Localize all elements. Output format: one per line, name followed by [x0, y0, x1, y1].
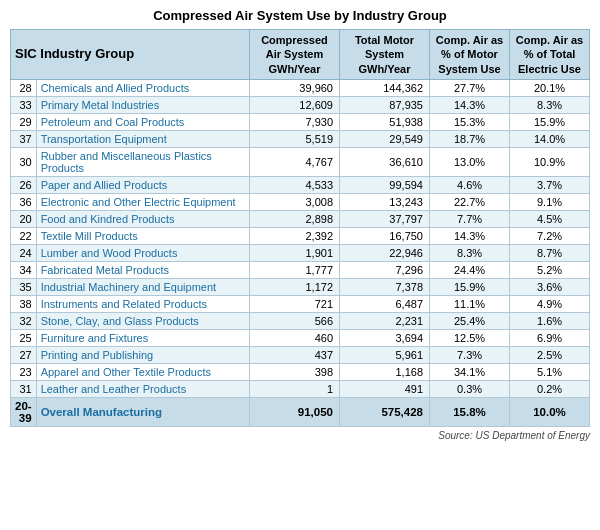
comp-pct-motor-cell: 15.9%	[430, 278, 510, 295]
sic-num: 31	[11, 380, 37, 397]
comp-pct-motor-cell: 34.1%	[430, 363, 510, 380]
sic-name: Petroleum and Coal Products	[36, 113, 249, 130]
comp-pct-electric-cell: 9.1%	[510, 193, 590, 210]
sic-num: 33	[11, 96, 37, 113]
sic-name: Stone, Clay, and Glass Products	[36, 312, 249, 329]
comp-pct-motor-cell: 14.3%	[430, 96, 510, 113]
total-sic-num: 20-39	[11, 397, 37, 426]
table-row: 22 Textile Mill Products 2,392 16,750 14…	[11, 227, 590, 244]
comp-pct-motor-cell: 4.6%	[430, 176, 510, 193]
motor-cell: 7,378	[340, 278, 430, 295]
sic-name: Lumber and Wood Products	[36, 244, 249, 261]
sic-num: 22	[11, 227, 37, 244]
main-table: SIC Industry Group Compressed Air System…	[10, 29, 590, 427]
comp-pct-electric-cell: 4.9%	[510, 295, 590, 312]
comp-pct-motor-cell: 22.7%	[430, 193, 510, 210]
table-row: 37 Transportation Equipment 5,519 29,549…	[11, 130, 590, 147]
table-row: 23 Apparel and Other Textile Products 39…	[11, 363, 590, 380]
sic-name: Primary Metal Industries	[36, 96, 249, 113]
table-row: 26 Paper and Allied Products 4,533 99,59…	[11, 176, 590, 193]
table-row: 29 Petroleum and Coal Products 7,930 51,…	[11, 113, 590, 130]
motor-header: Total Motor System GWh/Year	[340, 30, 430, 80]
motor-cell: 87,935	[340, 96, 430, 113]
comp-pct-motor-cell: 14.3%	[430, 227, 510, 244]
comp-pct-electric-cell: 2.5%	[510, 346, 590, 363]
table-row: 38 Instruments and Related Products 721 …	[11, 295, 590, 312]
motor-cell: 6,487	[340, 295, 430, 312]
comp-pct-electric-cell: 20.1%	[510, 79, 590, 96]
comp-pct-electric-cell: 4.5%	[510, 210, 590, 227]
motor-cell: 491	[340, 380, 430, 397]
sic-name: Fabricated Metal Products	[36, 261, 249, 278]
total-sic-name: Overall Manufacturing	[36, 397, 249, 426]
total-row: 20-39 Overall Manufacturing 91,050 575,4…	[11, 397, 590, 426]
motor-cell: 7,296	[340, 261, 430, 278]
sic-name: Food and Kindred Products	[36, 210, 249, 227]
motor-cell: 2,231	[340, 312, 430, 329]
sic-num: 23	[11, 363, 37, 380]
comp-pct-motor-cell: 15.3%	[430, 113, 510, 130]
sic-name: Instruments and Related Products	[36, 295, 249, 312]
page-title: Compressed Air System Use by Industry Gr…	[10, 8, 590, 23]
sic-name: Apparel and Other Textile Products	[36, 363, 249, 380]
sic-name: Transportation Equipment	[36, 130, 249, 147]
sic-name: Industrial Machinery and Equipment	[36, 278, 249, 295]
compressed-cell: 4,767	[250, 147, 340, 176]
motor-cell: 29,549	[340, 130, 430, 147]
total-comp-pct-motor: 15.8%	[430, 397, 510, 426]
motor-cell: 16,750	[340, 227, 430, 244]
compressed-cell: 5,519	[250, 130, 340, 147]
comp-pct-motor-cell: 27.7%	[430, 79, 510, 96]
sic-name: Chemicals and Allied Products	[36, 79, 249, 96]
motor-cell: 1,168	[340, 363, 430, 380]
compressed-cell: 2,898	[250, 210, 340, 227]
sic-num: 34	[11, 261, 37, 278]
compressed-cell: 398	[250, 363, 340, 380]
sic-num: 35	[11, 278, 37, 295]
comp-pct-electric-cell: 15.9%	[510, 113, 590, 130]
table-row: 33 Primary Metal Industries 12,609 87,93…	[11, 96, 590, 113]
sic-num: 37	[11, 130, 37, 147]
motor-cell: 99,594	[340, 176, 430, 193]
sic-header: SIC Industry Group	[11, 30, 250, 80]
compressed-cell: 460	[250, 329, 340, 346]
sic-name: Electronic and Other Electric Equipment	[36, 193, 249, 210]
compressed-cell: 1,901	[250, 244, 340, 261]
table-body: 28 Chemicals and Allied Products 39,960 …	[11, 79, 590, 426]
comp-pct-motor-cell: 0.3%	[430, 380, 510, 397]
table-row: 36 Electronic and Other Electric Equipme…	[11, 193, 590, 210]
comp-pct-motor-header: Comp. Air as % of Motor System Use	[430, 30, 510, 80]
total-comp-pct-electric: 10.0%	[510, 397, 590, 426]
sic-name: Furniture and Fixtures	[36, 329, 249, 346]
sic-name: Textile Mill Products	[36, 227, 249, 244]
sic-num: 32	[11, 312, 37, 329]
sic-num: 27	[11, 346, 37, 363]
compressed-cell: 437	[250, 346, 340, 363]
compressed-header: Compressed Air System GWh/Year	[250, 30, 340, 80]
sic-num: 25	[11, 329, 37, 346]
comp-pct-electric-cell: 1.6%	[510, 312, 590, 329]
comp-pct-electric-cell: 8.3%	[510, 96, 590, 113]
comp-pct-motor-cell: 13.0%	[430, 147, 510, 176]
compressed-cell: 12,609	[250, 96, 340, 113]
motor-cell: 144,362	[340, 79, 430, 96]
comp-pct-motor-cell: 12.5%	[430, 329, 510, 346]
compressed-cell: 4,533	[250, 176, 340, 193]
compressed-cell: 3,008	[250, 193, 340, 210]
motor-cell: 3,694	[340, 329, 430, 346]
comp-pct-electric-cell: 10.9%	[510, 147, 590, 176]
compressed-cell: 39,960	[250, 79, 340, 96]
source-line: Source: US Department of Energy	[10, 430, 590, 441]
total-compressed: 91,050	[250, 397, 340, 426]
table-row: 28 Chemicals and Allied Products 39,960 …	[11, 79, 590, 96]
comp-pct-electric-cell: 8.7%	[510, 244, 590, 261]
sic-num: 38	[11, 295, 37, 312]
motor-cell: 13,243	[340, 193, 430, 210]
sic-num: 20	[11, 210, 37, 227]
table-row: 31 Leather and Leather Products 1 491 0.…	[11, 380, 590, 397]
motor-cell: 51,938	[340, 113, 430, 130]
comp-pct-electric-header: Comp. Air as % of Total Electric Use	[510, 30, 590, 80]
table-row: 34 Fabricated Metal Products 1,777 7,296…	[11, 261, 590, 278]
compressed-cell: 7,930	[250, 113, 340, 130]
compressed-cell: 2,392	[250, 227, 340, 244]
